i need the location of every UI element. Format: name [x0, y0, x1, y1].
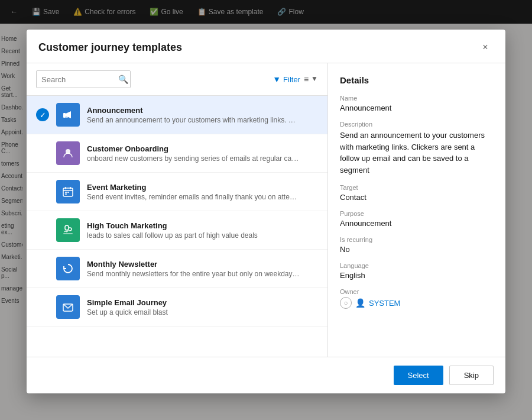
svg-rect-0	[63, 113, 66, 118]
detail-purpose-value: Announcement	[340, 219, 494, 228]
event-marketing-name: Event Marketing	[87, 183, 318, 192]
details-title: Details	[340, 75, 494, 85]
modal-header: Customer journey templates ×	[27, 30, 505, 63]
onboarding-name: Customer Onboarding	[87, 144, 318, 153]
owner-name: SYSTEM	[369, 299, 400, 308]
detail-language-label: Language	[340, 262, 494, 269]
details-panel: Details Name Announcement Description Se…	[328, 63, 505, 357]
onboarding-desc: onboard new customers by sending series …	[87, 154, 300, 163]
search-input-wrapper[interactable]: 🔍	[36, 70, 131, 88]
detail-language-field: Language English	[340, 262, 494, 280]
event-marketing-desc: Send event invites, reminder emails and …	[87, 193, 300, 201]
sort-chevron-icon[interactable]: ▼	[311, 75, 318, 84]
filter-button[interactable]: ▼ Filter	[273, 75, 300, 84]
customer-journey-templates-modal: Customer journey templates × 🔍 ▼ Filter …	[27, 30, 505, 393]
modal-title: Customer journey templates	[38, 41, 182, 54]
search-icon[interactable]: 🔍	[113, 71, 131, 88]
detail-name-field: Name Announcement	[340, 95, 494, 112]
detail-owner-label: Owner	[340, 288, 494, 295]
close-button[interactable]: ×	[477, 39, 494, 56]
detail-recurring-value: No	[340, 245, 494, 254]
newsletter-name: Monthly Newsletter	[87, 260, 318, 269]
detail-recurring-label: Is recurring	[340, 236, 494, 243]
modal-body: 🔍 ▼ Filter ≡ ▼ ✓	[27, 63, 505, 357]
filter-icon: ▼	[273, 75, 281, 84]
template-item-high-touch[interactable]: High Touch Marketing leads to sales call…	[27, 211, 327, 250]
svg-rect-10	[63, 233, 73, 234]
announcement-info: Announcement Send an announcement to you…	[87, 106, 318, 124]
select-button[interactable]: Select	[394, 366, 443, 385]
detail-target-field: Target Contact	[340, 184, 494, 202]
modal-footer: Select Skip	[27, 357, 505, 393]
high-touch-info: High Touch Marketing leads to sales call…	[87, 221, 318, 240]
template-item-simple-email[interactable]: Simple Email Journey Set up a quick emai…	[27, 288, 327, 327]
filter-area: ▼ Filter ≡ ▼	[273, 75, 318, 84]
detail-target-label: Target	[340, 184, 494, 191]
newsletter-info: Monthly Newsletter Send monthly newslett…	[87, 260, 318, 278]
template-item-newsletter[interactable]: Monthly Newsletter Send monthly newslett…	[27, 250, 327, 288]
owner-row: ○ 👤 SYSTEM	[340, 297, 494, 309]
simple-email-info: Simple Email Journey Set up a quick emai…	[87, 298, 318, 316]
detail-purpose-field: Purpose Announcement	[340, 210, 494, 228]
detail-description-label: Description	[340, 121, 494, 128]
newsletter-desc: Send monthly newsletters for the entire …	[87, 270, 300, 278]
high-touch-desc: leads to sales call follow up as part of…	[87, 231, 300, 240]
detail-owner-field: Owner ○ 👤 SYSTEM	[340, 288, 494, 309]
svg-rect-8	[67, 192, 69, 193]
template-item-announcement[interactable]: ✓ Announcement Send an announcement to y…	[27, 96, 327, 134]
simple-email-icon	[56, 295, 80, 319]
high-touch-icon	[56, 218, 80, 242]
detail-language-value: English	[340, 271, 494, 280]
search-filter-bar: 🔍 ▼ Filter ≡ ▼	[27, 63, 327, 96]
simple-email-desc: Set up a quick email blast	[87, 308, 300, 316]
skip-button[interactable]: Skip	[449, 366, 494, 385]
newsletter-icon	[56, 257, 80, 280]
detail-target-value: Contact	[340, 193, 494, 202]
event-marketing-info: Event Marketing Send event invites, remi…	[87, 183, 318, 201]
sort-icons: ≡ ▼	[304, 75, 318, 84]
templates-left-panel: 🔍 ▼ Filter ≡ ▼ ✓	[27, 63, 328, 357]
onboarding-info: Customer Onboarding onboard new customer…	[87, 144, 318, 163]
detail-purpose-label: Purpose	[340, 210, 494, 217]
svg-rect-7	[65, 192, 67, 193]
detail-description-field: Description Send an announcement to your…	[340, 121, 494, 176]
detail-name-value: Announcement	[340, 104, 494, 112]
detail-name-label: Name	[340, 95, 494, 102]
detail-recurring-field: Is recurring No	[340, 236, 494, 254]
owner-person-icon: 👤	[355, 298, 365, 308]
simple-email-name: Simple Email Journey	[87, 298, 318, 307]
svg-rect-1	[66, 116, 68, 118]
announcement-desc: Send an announcement to your customers w…	[87, 116, 300, 124]
filter-label: Filter	[283, 75, 300, 84]
announcement-name: Announcement	[87, 106, 318, 115]
detail-description-value: Send an announcement to your customers w…	[340, 130, 494, 176]
owner-circle-icon: ○	[340, 297, 352, 309]
template-selected-check: ✓	[36, 108, 49, 121]
svg-rect-9	[65, 193, 67, 195]
onboarding-icon	[56, 141, 80, 165]
high-touch-name: High Touch Marketing	[87, 221, 318, 230]
event-marketing-icon	[56, 180, 80, 203]
search-input[interactable]	[37, 72, 113, 88]
template-item-onboarding[interactable]: Customer Onboarding onboard new customer…	[27, 134, 327, 173]
template-list: ✓ Announcement Send an announcement to y…	[27, 96, 327, 357]
announcement-icon	[56, 103, 80, 127]
sort-list-icon[interactable]: ≡	[304, 75, 309, 84]
template-item-event-marketing[interactable]: Event Marketing Send event invites, remi…	[27, 173, 327, 211]
